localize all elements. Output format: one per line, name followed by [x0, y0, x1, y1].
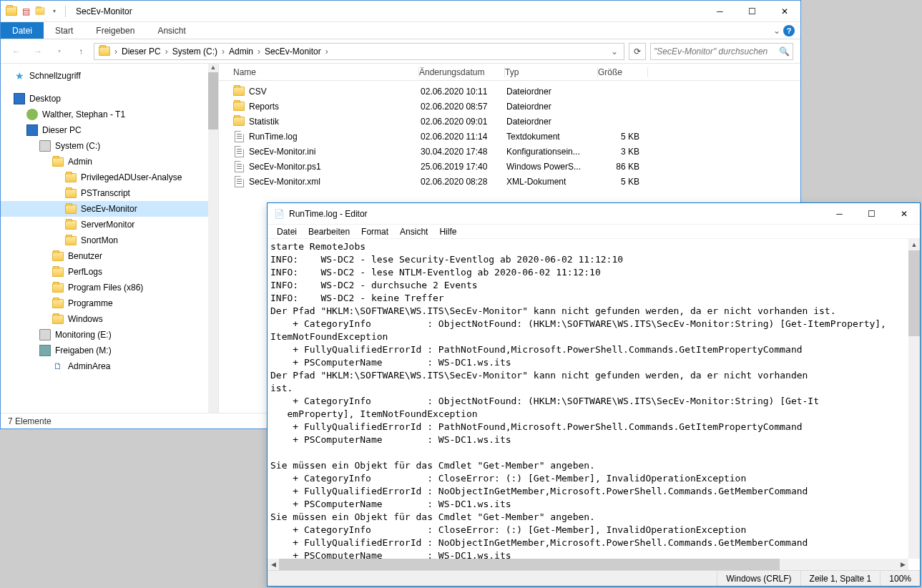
user-icon — [26, 109, 38, 120]
tree-windows[interactable]: Windows — [1, 311, 218, 327]
table-row[interactable]: SecEv-Monitor.ini 30.04.2020 17:48 Konfi… — [219, 144, 800, 159]
menu-view[interactable]: Ansicht — [395, 227, 433, 237]
file-size: 3 KB — [599, 147, 642, 157]
col-date[interactable]: Änderungsdatum — [419, 67, 505, 77]
tree-sysc[interactable]: System (C:) — [1, 138, 218, 154]
search-box[interactable]: 🔍 — [650, 43, 793, 60]
tree-perflogs[interactable]: PerfLogs — [1, 264, 218, 280]
file-type: Textdokument — [506, 132, 599, 142]
star-icon: ★ — [14, 70, 25, 82]
pc-icon — [26, 124, 38, 136]
col-size[interactable]: Größe — [598, 67, 648, 77]
minimize-button[interactable]: ─ — [704, 1, 736, 21]
tree-monitoring[interactable]: Monitoring (E:) — [1, 327, 218, 343]
menu-edit[interactable]: Bearbeiten — [303, 227, 355, 237]
table-row[interactable]: CSV 02.06.2020 10:11 Dateiordner — [219, 84, 800, 99]
notepad-window: 📄 RunTime.log - Editor ─ ☐ ✕ Datei Bearb… — [267, 202, 921, 587]
col-name[interactable]: Name — [233, 67, 419, 77]
file-size: 5 KB — [599, 132, 642, 142]
tab-start[interactable]: Start — [44, 22, 84, 39]
breadcrumb-pc[interactable]: Dieser PC — [119, 46, 164, 57]
ribbon-collapse-icon[interactable]: ⌄ — [773, 26, 780, 36]
tree-item[interactable]: PSTranscript — [1, 185, 218, 201]
network-drive-icon — [39, 345, 51, 356]
folder-icon — [233, 101, 245, 112]
file-date: 02.06.2020 08:57 — [421, 102, 506, 112]
vertical-scrollbar[interactable]: ▲ — [908, 239, 920, 559]
column-headers[interactable]: Name Änderungsdatum Typ Größe — [219, 64, 800, 81]
ini-icon — [233, 146, 245, 157]
close-button[interactable]: ✕ — [888, 203, 920, 224]
tree-user[interactable]: Walther, Stephan - T1 — [1, 107, 218, 122]
tree-desktop[interactable]: Desktop — [1, 91, 218, 107]
tab-file[interactable]: Datei — [1, 22, 44, 39]
tab-share[interactable]: Freigeben — [84, 22, 146, 39]
search-icon[interactable]: 🔍 — [779, 46, 790, 57]
tab-view[interactable]: Ansicht — [146, 22, 197, 39]
status-pos: Zeile 1, Spalte 1 — [800, 571, 881, 586]
col-type[interactable]: Typ — [505, 67, 598, 77]
menu-help[interactable]: Hilfe — [434, 227, 461, 237]
tree-freigaben[interactable]: Freigaben (M:) — [1, 343, 218, 358]
horizontal-scrollbar[interactable]: ◀▶ — [268, 559, 908, 570]
quick-properties-icon[interactable]: ▤ — [19, 5, 32, 18]
refresh-button[interactable]: ⟳ — [629, 43, 646, 60]
up-button[interactable]: ↑ — [72, 43, 89, 60]
quick-newfolder-icon[interactable] — [34, 5, 46, 18]
tree-pf86[interactable]: Program Files (x86) — [1, 280, 218, 295]
nav-tree[interactable]: ★Schnellzugriff Desktop Walther, Stephan… — [1, 64, 219, 413]
file-name: Reports — [249, 102, 421, 112]
file-date: 25.06.2019 17:40 — [421, 162, 506, 172]
table-row[interactable]: RunTime.log 02.06.2020 11:14 Textdokumen… — [219, 129, 800, 144]
table-row[interactable]: SecEv-Monitor.ps1 25.06.2019 17:40 Windo… — [219, 159, 800, 174]
file-name: SecEv-Monitor.ini — [249, 147, 421, 157]
menu-format[interactable]: Format — [356, 227, 393, 237]
notepad-icon: 📄 — [273, 208, 285, 220]
search-input[interactable] — [654, 46, 779, 57]
forward-button[interactable]: → — [29, 43, 46, 60]
tree-scrollbar[interactable]: ▲ — [208, 64, 218, 413]
status-zoom: 100% — [880, 571, 920, 586]
qat-dropdown-icon[interactable]: ▾ — [48, 5, 61, 18]
breadcrumb-admin[interactable]: Admin — [226, 46, 256, 57]
tree-item[interactable]: SnortMon — [1, 232, 218, 248]
tree-programme[interactable]: Programme — [1, 295, 218, 311]
tree-admin[interactable]: Admin — [1, 154, 218, 170]
notepad-menubar: Datei Bearbeiten Format Ansicht Hilfe — [268, 225, 920, 239]
explorer-titlebar[interactable]: ▤ ▾ SecEv-Monitor ─ ☐ ✕ — [1, 1, 800, 22]
tree-item-selected[interactable]: SecEv-Monitor — [1, 201, 218, 217]
maximize-button[interactable]: ☐ — [855, 203, 888, 224]
back-button[interactable]: ← — [8, 43, 25, 60]
file-type: Windows PowerS... — [506, 162, 599, 172]
tree-item[interactable]: ServerMonitor — [1, 217, 218, 232]
breadcrumb-current[interactable]: SecEv-Monitor — [262, 46, 324, 57]
menu-file[interactable]: Datei — [272, 227, 302, 237]
xml-icon — [233, 176, 245, 187]
breadcrumb-root-icon[interactable] — [96, 46, 113, 56]
notepad-titlebar[interactable]: 📄 RunTime.log - Editor ─ ☐ ✕ — [268, 203, 920, 225]
ps1-icon — [233, 161, 245, 172]
table-row[interactable]: SecEv-Monitor.xml 02.06.2020 08:28 XML-D… — [219, 174, 800, 189]
file-size: 5 KB — [599, 177, 642, 187]
tree-benutzer[interactable]: Benutzer — [1, 248, 218, 264]
shortcut-icon: 🗋 — [52, 361, 64, 372]
breadcrumb-drive[interactable]: System (C:) — [170, 46, 220, 57]
address-bar[interactable]: › Dieser PC › System (C:) › Admin › SecE… — [94, 43, 624, 60]
notepad-title: RunTime.log - Editor — [289, 209, 823, 219]
file-date: 02.06.2020 11:14 — [421, 132, 506, 142]
recent-dropdown-icon[interactable]: ▾ — [51, 43, 68, 60]
table-row[interactable]: Reports 02.06.2020 08:57 Dateiordner — [219, 99, 800, 114]
close-button[interactable]: ✕ — [768, 1, 800, 21]
address-dropdown-icon[interactable]: ⌄ — [607, 46, 622, 57]
tree-item[interactable]: PrivilegedADUser-Analyse — [1, 170, 218, 185]
minimize-button[interactable]: ─ — [823, 203, 855, 224]
breadcrumb-sep[interactable]: › — [113, 46, 119, 57]
tree-quickaccess[interactable]: ★Schnellzugriff — [1, 68, 218, 84]
notepad-statusbar: Windows (CRLF) Zeile 1, Spalte 1 100% — [268, 570, 920, 586]
maximize-button[interactable]: ☐ — [736, 1, 768, 21]
tree-adminarea[interactable]: 🗋AdminArea — [1, 358, 218, 374]
notepad-textarea[interactable]: starte RemoteJobs INFO: WS-DC2 - lese Se… — [268, 239, 908, 559]
help-icon[interactable]: ? — [783, 25, 795, 36]
tree-thispc[interactable]: Dieser PC — [1, 122, 218, 138]
table-row[interactable]: Statistik 02.06.2020 09:01 Dateiordner — [219, 114, 800, 129]
